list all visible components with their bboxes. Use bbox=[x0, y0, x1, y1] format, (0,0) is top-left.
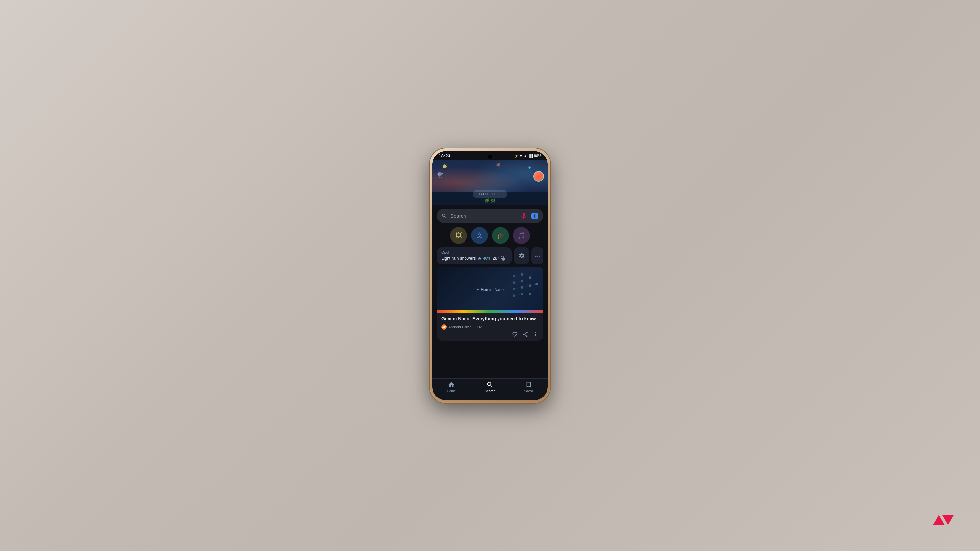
status-time: 18:23 bbox=[439, 154, 450, 159]
nav-search[interactable]: Search bbox=[471, 381, 509, 395]
more-options-icon[interactable] bbox=[533, 332, 539, 337]
school-icon: 🎓 bbox=[496, 232, 505, 240]
gear-icon bbox=[519, 252, 525, 259]
phone-device: 18:23 ⚡ ✱ ▲ ▐▐ 96% ✸ ✦ ✺ bbox=[430, 148, 550, 403]
profile-avatar[interactable] bbox=[533, 171, 544, 182]
news-meta: AP Android Police · 14h bbox=[441, 324, 539, 330]
svg-point-8 bbox=[521, 293, 523, 295]
translate-icon: 文 bbox=[476, 231, 483, 240]
school-button[interactable]: 🎓 bbox=[492, 227, 509, 244]
customize-button[interactable]: Cus bbox=[531, 247, 543, 264]
news-content: Gemini Nano: Everything you need to know… bbox=[437, 313, 543, 341]
svg-line-14 bbox=[515, 281, 521, 283]
search-icon bbox=[441, 213, 447, 219]
music-icon: 🎵 bbox=[517, 232, 526, 240]
settings-button[interactable] bbox=[514, 247, 529, 264]
signal-icon: ▐▐ bbox=[528, 154, 533, 158]
source-icon: AP bbox=[441, 324, 447, 330]
laurel-right: 🌿 bbox=[491, 198, 496, 203]
nav-saved-label: Saved bbox=[524, 389, 533, 393]
svg-line-18 bbox=[523, 286, 529, 287]
phone-bezel: 18:23 ⚡ ✱ ▲ ▐▐ 96% ✸ ✦ ✺ bbox=[432, 151, 548, 400]
search-placeholder: Search bbox=[450, 213, 517, 219]
weather-location: Opol bbox=[441, 251, 508, 254]
saved-icon bbox=[525, 381, 532, 388]
news-actions bbox=[441, 332, 539, 339]
svg-line-16 bbox=[515, 294, 521, 295]
doodle-logo-area: 🌿 GOOGLE 🌿 bbox=[484, 198, 496, 203]
google-doodle-logo: GOOGLE bbox=[473, 190, 508, 198]
svg-point-2 bbox=[512, 281, 515, 284]
svg-line-17 bbox=[523, 281, 529, 286]
svg-line-13 bbox=[515, 276, 521, 281]
gemini-icon: ✦ bbox=[476, 288, 479, 291]
gemini-nano-label: ✦ Gemini Nano bbox=[476, 287, 504, 292]
gemini-text: Gemini Nano bbox=[481, 287, 504, 292]
svg-point-3 bbox=[512, 288, 515, 291]
cloud-icon: 🌦 bbox=[501, 256, 505, 261]
camera-lens-icon[interactable] bbox=[531, 212, 539, 220]
nfc-icon: ✱ bbox=[520, 154, 522, 158]
svg-point-5 bbox=[521, 273, 523, 276]
image-search-button[interactable]: 🖼 bbox=[450, 227, 467, 244]
condition-text: Light rain showers bbox=[441, 256, 476, 260]
neural-network-viz bbox=[511, 270, 538, 300]
firework-1: ✸ bbox=[442, 162, 447, 170]
image-search-icon: 🖼 bbox=[455, 232, 462, 239]
rain-percent: 40% bbox=[484, 256, 491, 260]
google-text: GOOGLE bbox=[479, 192, 501, 196]
nav-saved[interactable]: Saved bbox=[509, 381, 548, 395]
avatar-image bbox=[534, 172, 543, 181]
rain-icon: 🌧 bbox=[478, 256, 482, 260]
firework-2: ✦ bbox=[527, 165, 531, 171]
google-doodle-banner: ✸ ✦ ✺ 🌿 GOOGLE 🌿 bbox=[432, 160, 548, 205]
flask-icon: ⚗️ bbox=[437, 172, 444, 178]
heart-icon[interactable] bbox=[512, 332, 518, 337]
phone-screen: 18:23 ⚡ ✱ ▲ ▐▐ 96% ✸ ✦ ✺ bbox=[432, 151, 548, 400]
svg-line-15 bbox=[515, 287, 521, 289]
search-bar[interactable]: Search bbox=[437, 209, 543, 223]
svg-point-7 bbox=[521, 286, 523, 289]
weather-condition: Light rain showers 🌧 40% 28° 🌦 bbox=[441, 256, 508, 261]
home-icon bbox=[448, 381, 455, 388]
android-police-logo bbox=[933, 515, 954, 525]
quick-actions-row: 🖼 文 🎓 🎵 bbox=[432, 226, 548, 247]
main-scene: 18:23 ⚡ ✱ ▲ ▐▐ 96% ✸ ✦ ✺ bbox=[0, 0, 980, 551]
music-button[interactable]: 🎵 bbox=[513, 227, 530, 244]
svg-point-1 bbox=[512, 275, 515, 277]
microphone-icon[interactable] bbox=[520, 212, 528, 220]
nav-active-indicator bbox=[484, 395, 496, 395]
nav-home[interactable]: Home bbox=[432, 381, 471, 395]
weather-widget[interactable]: Opol Light rain showers 🌧 40% 28° 🌦 bbox=[437, 247, 512, 264]
status-icons: ⚡ ✱ ▲ ▐▐ 96% bbox=[514, 154, 541, 158]
bluetooth-icon: ⚡ bbox=[514, 154, 519, 158]
news-thumbnail: ✦ Gemini Nano bbox=[437, 267, 543, 313]
translate-button[interactable]: 文 bbox=[471, 227, 488, 244]
nav-search-label: Search bbox=[485, 389, 495, 393]
firework-3: ✺ bbox=[496, 161, 501, 168]
google-colors-bar bbox=[437, 310, 543, 313]
bottom-navigation: Home Search Saved bbox=[432, 378, 548, 400]
wifi-icon: ▲ bbox=[523, 154, 527, 158]
separator: · bbox=[474, 325, 475, 329]
laurel-left: 🌿 bbox=[484, 198, 489, 203]
svg-line-19 bbox=[531, 284, 535, 286]
svg-point-9 bbox=[529, 276, 531, 279]
news-source: Android Police bbox=[449, 325, 472, 329]
svg-point-11 bbox=[529, 293, 531, 295]
svg-point-6 bbox=[521, 279, 523, 282]
temperature: 28° bbox=[493, 256, 499, 260]
front-camera bbox=[488, 155, 492, 159]
weather-row: Opol Light rain showers 🌧 40% 28° 🌦 bbox=[432, 247, 548, 267]
search-nav-icon bbox=[487, 381, 493, 388]
news-time: 14h bbox=[477, 325, 482, 329]
news-title: Gemini Nano: Everything you need to know bbox=[441, 316, 539, 322]
news-card[interactable]: ✦ Gemini Nano Gemini Nano: Everything yo… bbox=[437, 267, 543, 341]
battery-level: 96% bbox=[534, 154, 541, 158]
nav-home-label: Home bbox=[447, 389, 456, 393]
source-icon-text: AP bbox=[442, 326, 445, 329]
ap-triangle-down bbox=[942, 515, 954, 525]
share-icon[interactable] bbox=[522, 332, 528, 337]
svg-point-0 bbox=[534, 214, 536, 217]
svg-point-10 bbox=[529, 284, 531, 287]
